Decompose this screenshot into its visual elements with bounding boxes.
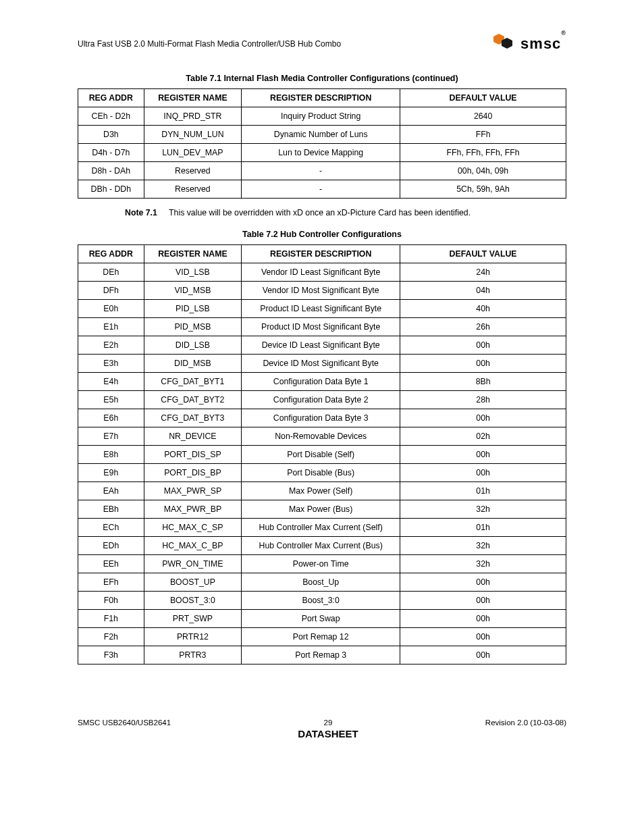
cell: CEh - D2h [78,107,144,126]
cell: PRTR3 [144,646,242,664]
table-row: E1hPID_MSBProduct ID Most Significant By… [78,318,566,336]
cell: E1h [78,318,144,336]
table-row: E5hCFG_DAT_BYT2Configuration Data Byte 2… [78,391,566,409]
cell: Reserved [144,162,242,180]
cell: VID_LSB [144,263,242,282]
cell: Configuration Data Byte 1 [242,373,400,391]
table-header-row: REG ADDR REGISTER NAME REGISTER DESCRIPT… [78,245,566,263]
cell: PID_LSB [144,300,242,318]
cell: E4h [78,373,144,391]
cell: FFh [400,126,566,144]
page: Ultra Fast USB 2.0 Multi-Format Flash Me… [0,0,644,760]
cell: PORT_DIS_BP [144,464,242,482]
cell: E6h [78,409,144,427]
table-row: EDhHC_MAX_C_BPHub Controller Max Current… [78,537,566,555]
cell: Product ID Least Significant Byte [242,300,400,318]
table-header-row: REG ADDR REGISTER NAME REGISTER DESCRIPT… [78,89,566,107]
cell: D8h - DAh [78,162,144,180]
cell: - [242,180,400,199]
cell: DFh [78,282,144,300]
cell: 04h [400,282,566,300]
page-number: 29 [171,719,485,727]
cell: Device ID Most Significant Byte [242,355,400,373]
cell: PRTR12 [144,628,242,646]
cell: D3h [78,126,144,144]
cell: EDh [78,537,144,555]
logo-text: smsc® [520,35,566,53]
table-row: EBhMAX_PWR_BPMax Power (Bus)32h [78,500,566,519]
cell: 00h [400,336,566,355]
cell: BOOST_3:0 [144,592,242,610]
cell: EAh [78,482,144,500]
cell: FFh, FFh, FFh, FFh [400,144,566,162]
cell: INQ_PRD_STR [144,107,242,126]
table2-title: Table 7.2 Hub Controller Configurations [78,230,566,239]
cell: Port Disable (Self) [242,446,400,464]
cell: Max Power (Self) [242,482,400,500]
doc-title: Ultra Fast USB 2.0 Multi-Format Flash Me… [78,39,341,49]
table2: REG ADDR REGISTER NAME REGISTER DESCRIPT… [78,244,566,664]
cell: E8h [78,446,144,464]
table-row: D8h - DAhReserved-00h, 04h, 09h [78,162,566,180]
table-row: F2hPRTR12Port Remap 1200h [78,628,566,646]
cell: E2h [78,336,144,355]
cell: Power-on Time [242,555,400,573]
table-row: EAhMAX_PWR_SPMax Power (Self)01h [78,482,566,500]
footer-left: SMSC USB2640/USB2641 [78,719,171,739]
cell: Port Remap 3 [242,646,400,664]
note-label: Note 7.1 [125,208,157,217]
cell: 00h [400,573,566,592]
table-row: CEh - D2hINQ_PRD_STRInquiry Product Stri… [78,107,566,126]
cell: PORT_DIS_SP [144,446,242,464]
cell: D4h - D7h [78,144,144,162]
cell: EBh [78,500,144,519]
registered-mark: ® [561,30,566,36]
table-row: DEhVID_LSBVendor ID Least Significant By… [78,263,566,282]
cell: 00h [400,355,566,373]
col-header: REGISTER NAME [144,245,242,263]
cell: - [242,162,400,180]
cell: MAX_PWR_SP [144,482,242,500]
cell: Hub Controller Max Current (Self) [242,519,400,537]
cell: Port Swap [242,610,400,628]
col-header: REG ADDR [78,89,144,107]
cell: Port Remap 12 [242,628,400,646]
table-row: E3hDID_MSBDevice ID Most Significant Byt… [78,355,566,373]
cell: DBh - DDh [78,180,144,199]
table-row: E6hCFG_DAT_BYT3Configuration Data Byte 3… [78,409,566,427]
cell: E9h [78,464,144,482]
table-row: F3hPRTR3Port Remap 300h [78,646,566,664]
cell: DEh [78,263,144,282]
cell: E7h [78,427,144,446]
col-header: REGISTER DESCRIPTION [242,89,400,107]
page-footer: SMSC USB2640/USB2641 29 DATASHEET Revisi… [78,719,566,739]
cell: E5h [78,391,144,409]
cell: DID_LSB [144,336,242,355]
cell: 00h [400,446,566,464]
cell: Max Power (Bus) [242,500,400,519]
cell: 5Ch, 59h, 9Ah [400,180,566,199]
footer-right: Revision 2.0 (10-03-08) [485,719,566,739]
col-header: DEFAULT VALUE [400,245,566,263]
footer-center: 29 DATASHEET [171,719,485,739]
cell: Product ID Most Significant Byte [242,318,400,336]
table-row: D4h - D7hLUN_DEV_MAPLun to Device Mappin… [78,144,566,162]
table-row: E0hPID_LSBProduct ID Least Significant B… [78,300,566,318]
cell: 00h, 04h, 09h [400,162,566,180]
cell: Reserved [144,180,242,199]
cell: Dynamic Number of Luns [242,126,400,144]
cell: Inquiry Product String [242,107,400,126]
cell: HC_MAX_C_BP [144,537,242,555]
cell: 01h [400,482,566,500]
cell: 02h [400,427,566,446]
cell: CFG_DAT_BYT3 [144,409,242,427]
table-row: DBh - DDhReserved-5Ch, 59h, 9Ah [78,180,566,199]
cell: 8Bh [400,373,566,391]
cell: 26h [400,318,566,336]
cell: NR_DEVICE [144,427,242,446]
cell: 32h [400,537,566,555]
col-header: REGISTER DESCRIPTION [242,245,400,263]
cell: PWR_ON_TIME [144,555,242,573]
cell: Hub Controller Max Current (Bus) [242,537,400,555]
cell: Configuration Data Byte 2 [242,391,400,409]
